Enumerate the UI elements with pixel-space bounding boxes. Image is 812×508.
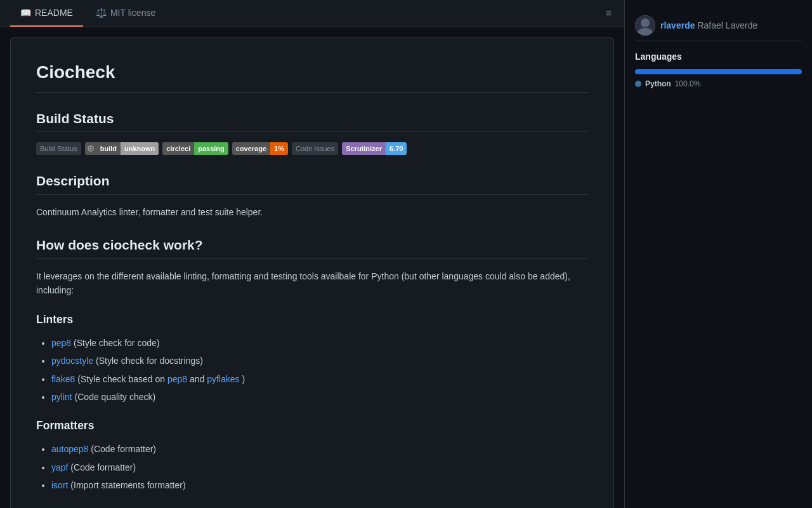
autopep8-link[interactable]: autopep8 (51, 444, 88, 454)
pep8-link[interactable]: pep8 (51, 338, 71, 348)
python-language-dot (635, 81, 641, 87)
readme-title: Ciocheck (36, 58, 588, 93)
pylint-link[interactable]: pylint (51, 392, 72, 402)
user-name-container: rlaverde Rafael Laverde (660, 20, 757, 30)
how-text: It leverages on the different available … (36, 269, 588, 298)
yapf-desc: (Code formatter) (70, 462, 136, 472)
tab-readme[interactable]: 📖 README (10, 0, 83, 27)
tab-readme-label: README (35, 8, 73, 18)
formatters-list: autopep8 (Code formatter) yapf (Code for… (36, 442, 588, 492)
build-status-badge-img[interactable]: Build Status (36, 142, 81, 155)
circleci-status-value: passing (194, 142, 228, 155)
avatar[interactable] (635, 15, 655, 36)
list-item: autopep8 (Code formatter) (51, 442, 588, 456)
tabs-left: 📖 README ⚖️ MIT license (10, 0, 166, 27)
readme-container: Ciocheck Build Status Build Status (10, 37, 614, 508)
pep8-desc: (Style check for code) (74, 338, 159, 348)
isort-link[interactable]: isort (51, 480, 68, 490)
tabs-bar: 📖 README ⚖️ MIT license ≡ (0, 0, 624, 27)
how-heading: How does ciocheck work? (36, 234, 588, 259)
language-item-python: Python 100.0% (635, 79, 802, 88)
code-issues-label: Code Issues (296, 144, 334, 155)
python-language-pct: 100.0% (675, 79, 701, 88)
build-label: build (96, 142, 121, 155)
readme-content: Ciocheck Build Status Build Status (11, 38, 613, 508)
badges-row: Build Status build unknown circleci (36, 142, 588, 155)
scrutinizer-value: 6.70 (386, 142, 407, 155)
scrutinizer-badge[interactable]: Scrutinizer 6.70 (342, 142, 407, 155)
list-item: pylint (Code quality check) (51, 390, 588, 404)
linters-list: pep8 (Style check for code) pydocstyle (… (36, 336, 588, 404)
coverage-badge[interactable]: coverage 1% (232, 142, 288, 155)
pydocstyle-desc: (Style check for docstrings) (96, 356, 203, 366)
user-fullname: Rafael Laverde (697, 20, 757, 30)
scrutinizer-label: Scrutinizer (342, 142, 386, 155)
pylint-desc: (Code quality check) (75, 392, 156, 402)
list-item: flake8 (Style check based on pep8 and py… (51, 372, 588, 386)
code-issues-badge-img[interactable]: Code Issues (292, 142, 338, 155)
description-text: Continuum Analytics linter, formatter an… (36, 205, 588, 219)
circleci-icon (85, 142, 96, 155)
autopep8-desc: (Code formatter) (91, 444, 156, 454)
yapf-link[interactable]: yapf (51, 462, 68, 472)
svg-point-1 (89, 148, 91, 150)
languages-title: Languages (635, 51, 802, 62)
coverage-label: coverage (232, 142, 270, 155)
isort-desc: (Import statements formatter) (70, 480, 185, 490)
tab-license[interactable]: ⚖️ MIT license (86, 0, 166, 27)
build-status-heading: Build Status (36, 108, 588, 133)
username[interactable]: rlaverde (660, 20, 695, 30)
list-view-icon[interactable]: ≡ (603, 5, 614, 22)
svg-point-3 (641, 18, 650, 27)
flake8-desc-close: ) (242, 374, 245, 384)
user-info: rlaverde Rafael Laverde (635, 10, 802, 41)
build-status-value: unknown (121, 142, 159, 155)
pydocstyle-link[interactable]: pydocstyle (51, 356, 93, 366)
flake8-link[interactable]: flake8 (51, 374, 75, 384)
pep8-link-2[interactable]: pep8 (167, 374, 187, 384)
python-language-name: Python (645, 79, 671, 88)
sidebar: rlaverde Rafael Laverde Languages Python… (624, 0, 812, 508)
description-heading: Description (36, 170, 588, 195)
license-scale-icon: ⚖️ (96, 8, 107, 18)
languages-section: Languages Python 100.0% (635, 51, 802, 88)
circleci-passing-badge[interactable]: circleci passing (162, 142, 228, 155)
list-item: pydocstyle (Style check for docstrings) (51, 354, 588, 368)
list-item: yapf (Code formatter) (51, 460, 588, 474)
language-bar (635, 69, 802, 74)
pyflakes-link[interactable]: pyflakes (207, 374, 239, 384)
list-item: isort (Import statements formatter) (51, 478, 588, 492)
formatters-heading: Formatters (36, 417, 588, 434)
circleci-build-badge[interactable]: build unknown (85, 142, 159, 155)
list-item: pep8 (Style check for code) (51, 336, 588, 350)
flake8-desc-part1: (Style check based on (77, 374, 167, 384)
circleci-label: circleci (162, 142, 194, 155)
tab-license-label: MIT license (110, 8, 155, 18)
coverage-value: 1% (270, 142, 288, 155)
linters-heading: Linters (36, 311, 588, 328)
main-content: 📖 README ⚖️ MIT license ≡ Ciocheck Build… (0, 0, 624, 508)
flake8-desc-and: and (190, 374, 207, 384)
build-status-badge-label: Build Status (40, 144, 77, 155)
readme-book-icon: 📖 (20, 8, 31, 18)
